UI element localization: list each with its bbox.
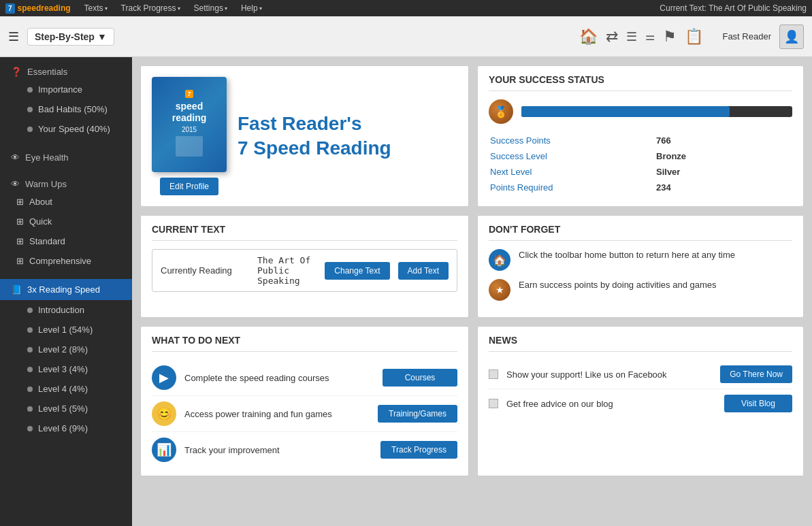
stat-value: 766 [656,133,791,148]
list-icon[interactable]: ☰ [626,29,637,44]
fast-reader-label: Fast Reader [722,31,771,42]
current-text-card: CURRENT TEXT Currently Reading The Art O… [140,215,469,318]
menu-settings[interactable]: Settings ▾ [189,2,233,14]
menu-help[interactable]: Help ▾ [236,2,267,14]
current-text-title: CURRENT TEXT [152,224,457,241]
clipboard-icon[interactable]: 📋 [685,28,703,46]
medal-icon: 🏅 [489,99,513,124]
sidebar-item-introduction[interactable]: Introduction [0,300,132,320]
hero-text: Fast Reader's 7 Speed Reading [238,112,391,161]
medal-row: 🏅 [489,99,792,124]
current-book-title: The Art Of Public Speaking [257,255,316,286]
sidebar-item-about[interactable]: ⊞ About [0,192,132,212]
book-cover: 7 speedreading 2015 [152,77,227,172]
home-tip-icon: 🏠 [489,249,510,271]
question-icon: ❓ [11,67,22,77]
grid-icon: ⊞ [16,236,24,246]
current-text-label: Current Text: The Art Of Public Speaking [660,3,807,13]
facebook-checkbox[interactable] [489,369,498,379]
circle-icon [27,426,33,431]
smile-icon: 😊 [152,401,176,426]
book-image [176,136,203,157]
sidebar-item-essentials[interactable]: ❓ Essentials [0,61,132,80]
stat-value: Bronze [656,149,791,163]
logo-icon: 7 [5,3,15,14]
circle-icon [27,87,33,93]
next-row-courses: ▶ Complete the speed reading courses Cou… [152,360,457,396]
flag-icon[interactable]: ⚑ [663,28,677,46]
chart-icon: 📊 [152,438,176,462]
sidebar-item-warm-ups[interactable]: 👁 Warm Ups [0,174,132,192]
sidebar-item-comprehensive[interactable]: ⊞ Comprehensive [0,251,132,271]
success-title: YOUR SUCCESS STATUS [489,74,792,91]
stat-label: Next Level [490,165,655,179]
table-row: Next Level Silver [490,165,791,179]
sidebar-item-level5[interactable]: Level 5 (5%) [0,399,132,418]
star-tip-icon: ★ [489,279,510,301]
next-text-track: Track your improvement [184,445,372,455]
sidebar-item-importance[interactable]: Importance [0,80,132,99]
top-menu-bar: 7 speedreading Texts ▾ Track Progress ▾ … [0,0,812,16]
what-to-do-next-card: WHAT TO DO NEXT ▶ Complete the speed rea… [140,326,469,476]
app-logo: 7 speedreading [5,3,71,14]
table-row: Success Level Bronze [490,149,791,163]
hamburger-icon[interactable]: ☰ [8,29,19,44]
sidebar: ❓ Essentials Importance Bad Habits (50%)… [0,57,132,526]
sidebar-section-warm-ups: 👁 Warm Ups ⊞ About ⊞ Quick ⊞ Standard ⊞ … [0,169,132,275]
track-progress-button[interactable]: Track Progress [380,441,457,459]
sidebar-item-3x-reading-speed[interactable]: 📘 3x Reading Speed [0,279,132,300]
main-content: 7 speedreading 2015 Edit Profile Fast Re… [132,57,812,526]
stat-label: Success Level [490,149,655,163]
menu-track-progress[interactable]: Track Progress ▾ [116,2,186,14]
news-text-facebook: Show your support! Like us on Facebook [506,369,712,380]
track-arrow: ▾ [178,5,180,12]
go-there-now-button[interactable]: Go There Now [720,365,792,383]
training-games-button[interactable]: Training/Games [378,405,457,423]
sidebar-item-level4[interactable]: Level 4 (4%) [0,379,132,399]
grid-icon: ⊞ [16,216,24,227]
circle-icon [27,406,33,412]
tip-text-1: Click the toolbar home button to return … [519,249,735,261]
change-text-button[interactable]: Change Text [325,262,389,280]
sync-icon[interactable]: ⇄ [606,28,618,46]
sliders-icon[interactable]: ⚌ [645,30,655,43]
blog-checkbox[interactable] [489,399,498,408]
sidebar-item-level1[interactable]: Level 1 (54%) [0,320,132,340]
settings-arrow: ▾ [225,5,227,12]
sidebar-item-quick[interactable]: ⊞ Quick [0,212,132,231]
edit-profile-button[interactable]: Edit Profile [160,178,218,195]
stat-label: Points Required [490,180,655,195]
circle-icon [27,347,33,352]
breadcrumb-button[interactable]: Step-By-Step ▼ [27,28,114,46]
current-text-row: Currently Reading The Art Of Public Spea… [152,249,457,292]
add-text-button[interactable]: Add Text [398,262,449,280]
next-text-training: Access power training and fun games [184,409,370,419]
sidebar-item-level3[interactable]: Level 3 (4%) [0,359,132,379]
sidebar-item-eye-health[interactable]: 👁 Eye Health [0,147,132,165]
table-row: Success Points 766 [490,133,791,148]
success-status-card: YOUR SUCCESS STATUS 🏅 Success Points 766… [477,65,804,207]
sidebar-item-level6[interactable]: Level 6 (9%) [0,418,132,438]
dont-forget-title: DON'T FORGET [489,224,792,241]
sidebar-item-standard[interactable]: ⊞ Standard [0,231,132,251]
news-text-blog: Get free advice on our blog [506,399,716,409]
sidebar-item-level2[interactable]: Level 2 (8%) [0,340,132,359]
progress-bar-fill [521,106,730,117]
next-row-training: 😊 Access power training and fun games Tr… [152,396,457,432]
courses-button[interactable]: Courses [383,369,457,387]
circle-icon [27,127,33,132]
sidebar-item-bad-habits[interactable]: Bad Habits (50%) [0,99,132,119]
book-logo: 7 [185,90,193,98]
menu-texts[interactable]: Texts ▾ [79,2,113,14]
toolbar-icons: 🏠 ⇄ ☰ ⚌ ⚑ 📋 Fast Reader 👤 [579,24,804,49]
tip-row-1: 🏠 Click the toolbar home button to retur… [489,249,792,271]
eye-icon: 👁 [11,152,20,163]
visit-blog-button[interactable]: Visit Blog [724,395,792,412]
eye2-icon: 👁 [11,179,20,189]
news-row-facebook: Show your support! Like us on Facebook G… [489,360,792,389]
circle-icon [27,308,33,313]
home-icon[interactable]: 🏠 [579,28,598,46]
sidebar-item-your-speed[interactable]: Your Speed (40%) [0,119,132,139]
next-text-courses: Complete the speed reading courses [184,373,374,383]
circle-icon [27,107,33,112]
